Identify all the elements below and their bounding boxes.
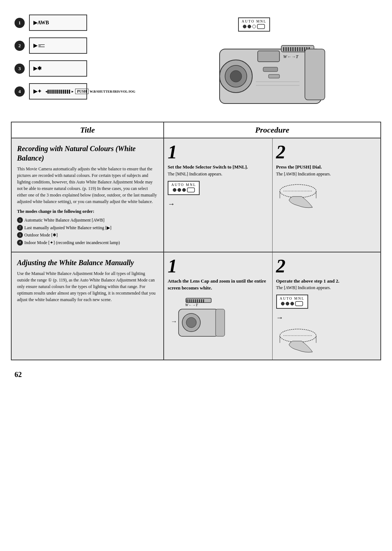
col-natural-colours-title: Recording with Natural Colours (White Ba… — [12, 138, 164, 252]
auto-mnl-wt-area: AUTO MNL — [238, 15, 270, 35]
step-2-desc: Press the [PUSH] Dial. — [276, 163, 377, 171]
manual-wb-body: Use the Manual White Balance Adjustment … — [17, 270, 158, 303]
step-number-1: 1 — [168, 143, 269, 162]
header-title-col: Title — [12, 122, 164, 138]
diagram-row-3: 3 ▶✱ — [15, 60, 123, 77]
mode-icon-2 — [37, 42, 48, 49]
auto-mnl-text-s2mb: AUTO MNL — [280, 296, 305, 300]
col-manual-wb-proc: 1 Attach the Lens Cap and zoom in until … — [164, 252, 380, 360]
main-instruction-table: Title Procedure Recording with Natural C… — [11, 122, 381, 360]
camera-svg: ▌▌▌▌▌▌▌▌▌▌▌▌ W←→T — [176, 38, 332, 111]
svg-rect-15 — [263, 67, 278, 72]
step-number-2: 2 — [276, 143, 377, 162]
row-manual-wb: Adjusting the White Balance Manually Use… — [12, 252, 380, 360]
manual-wb-heading: Adjusting the White Balance Manually — [17, 258, 158, 267]
diagram-row-1: 1 ▶AWB — [15, 15, 123, 31]
push-label: PUSH — [75, 89, 89, 94]
top-section: 1 ▶AWB 2 ▶ 3 ▶✱ 4 — [0, 0, 392, 118]
circle-1: 1 — [15, 18, 25, 28]
step-1-mb-desc: Attach the Lens Cap and zoom in until th… — [168, 277, 269, 292]
circle-dot-1 — [243, 25, 246, 28]
diagram-row-4: 4 ▶✦ ◄▌▌▌▌▌▌▌▌▌▌▌▌► PUSH W.B/SHUTTER/IRI… — [15, 83, 123, 100]
svg-text:▌▌▌▌▌▌▌▌▌: ▌▌▌▌▌▌▌▌▌ — [187, 299, 205, 303]
svg-rect-33 — [295, 301, 303, 306]
mode-box-2: ▶ — [29, 37, 87, 54]
svg-point-7 — [230, 70, 242, 82]
bullet-2: 2 — [17, 225, 23, 231]
mode-item-4: 4 Indoor Mode [✦] (recording under incan… — [17, 239, 158, 246]
step-1-natural: 1 Set the Mode Selector Switch to [MNL].… — [164, 138, 273, 252]
step-2-note: The [AWB] Indication appears. — [276, 171, 377, 177]
svg-text:→: → — [171, 318, 177, 325]
circle-dot-2 — [248, 25, 251, 28]
c2 — [177, 188, 181, 192]
table-header: Title Procedure — [12, 122, 380, 138]
step-1-note: The [MNL] Indication appears. — [168, 171, 269, 177]
step-number-2-mb: 2 — [276, 257, 377, 276]
hand-dial-illustration — [276, 180, 377, 211]
bullet-1: 1 — [17, 217, 23, 223]
hand-dial-2 — [276, 325, 377, 355]
mode-item-1: 1 Automatic White Balance Adjustment [AW… — [17, 216, 158, 224]
c2mb — [286, 302, 289, 305]
camera-illustration-area: AUTO MNL ▌▌▌▌▌▌▌▌▌▌▌▌ — [131, 11, 377, 111]
c3mb — [290, 302, 294, 305]
page-number-area: 62 — [0, 368, 392, 382]
bullet-3: 3 — [17, 232, 23, 238]
col-natural-colours-proc: 1 Set the Mode Selector Switch to [MNL].… — [164, 138, 380, 252]
circle-3: 3 — [15, 64, 25, 74]
dial-s2mb — [295, 300, 303, 307]
auto-mnl-box-step1: AUTO MNL — [168, 181, 200, 195]
arrow-right-s1: → — [168, 200, 269, 208]
mode-box-3: ▶✱ — [29, 60, 87, 77]
hand-dial-svg — [276, 180, 334, 209]
camera-zoom-svg: ▌▌▌▌▌▌▌▌▌ W←→T → — [168, 295, 229, 343]
mode-box-awb: ▶AWB — [29, 15, 87, 31]
col-manual-wb-title: Adjusting the White Balance Manually Use… — [12, 252, 164, 360]
dial-function-label: W.B/SHUTTER/IRIS/VOL/JOG — [90, 90, 135, 93]
natural-colours-body: This Movie Camera automatically adjusts … — [17, 166, 158, 205]
c1mb — [281, 302, 285, 305]
c3 — [182, 188, 186, 192]
svg-rect-14 — [258, 51, 279, 62]
dial-icon-top — [257, 23, 265, 30]
svg-rect-3 — [257, 24, 265, 29]
svg-text:W←→T: W←→T — [283, 54, 299, 59]
camera-zoom-illustration: ▌▌▌▌▌▌▌▌▌ W←→T → — [168, 295, 269, 344]
step-1-desc: Set the Mode Selector Switch to [MNL]. — [168, 163, 269, 171]
bullet-4: 4 — [17, 240, 23, 246]
modes-list: The modes change in the following order:… — [17, 208, 158, 246]
svg-rect-16 — [269, 74, 279, 78]
svg-rect-20 — [187, 188, 195, 192]
auto-mnl-text-s1: AUTO MNL — [171, 183, 196, 187]
auto-mnl-top-box: AUTO MNL — [238, 17, 270, 32]
circle-dot-3 — [252, 25, 256, 28]
auto-mnl-box-step2mb: AUTO MNL — [276, 295, 308, 309]
auto-mnl-text: AUTO MNL — [242, 19, 266, 23]
c1 — [173, 188, 176, 192]
mode-item-2: 2 Last manually adjusted White Balance s… — [17, 224, 158, 231]
header-procedure-col: Procedure — [164, 122, 380, 138]
natural-colours-heading: Recording with Natural Colours (White Ba… — [17, 144, 158, 163]
diagram-row-2: 2 ▶ — [15, 37, 123, 54]
svg-rect-17 — [305, 49, 325, 100]
mode-diagram-list: 1 ▶AWB 2 ▶ 3 ▶✱ 4 — [15, 11, 123, 111]
circle-2: 2 — [15, 41, 25, 51]
step-2-natural: 2 Press the [PUSH] Dial. The [AWB] Indic… — [273, 138, 381, 252]
dial-s1 — [187, 187, 195, 193]
step-2-mb-note: The [AWB] Indication appears. — [276, 284, 377, 291]
step-2-manual-wb: 2 Operate the above step 1 and 2. The [A… — [273, 252, 381, 360]
row-natural-colours: Recording with Natural Colours (White Ba… — [12, 138, 380, 252]
auto-mnl-circles — [243, 23, 265, 30]
step-number-1-mb: 1 — [168, 257, 269, 276]
auto-mnl-circles-s1 — [173, 187, 195, 193]
step-1-manual-wb: 1 Attach the Lens Cap and zoom in until … — [164, 252, 273, 360]
mode-box-4: ▶✦ ◄▌▌▌▌▌▌▌▌▌▌▌▌► PUSH W.B/SHUTTER/IRIS/… — [29, 83, 87, 100]
svg-point-30 — [186, 317, 196, 328]
arrow-right-s2mb: → — [276, 313, 377, 322]
auto-mnl-circles-s2mb — [281, 300, 303, 307]
svg-text:W←→T: W←→T — [185, 303, 198, 307]
mode-item-3: 3 Outdoor Mode [✱] — [17, 231, 158, 239]
page-number: 62 — [15, 370, 22, 378]
modes-heading: The modes change in the following order: — [17, 208, 158, 215]
